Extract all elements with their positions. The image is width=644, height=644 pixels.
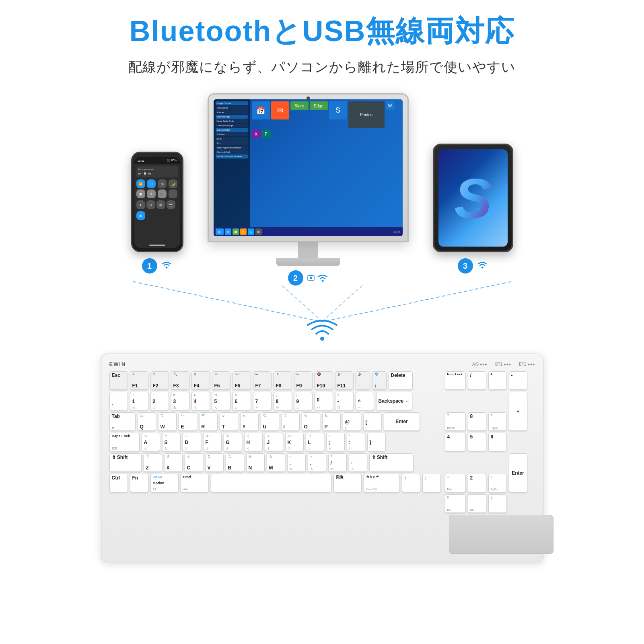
key-esc[interactable]: Esc: [109, 371, 128, 390]
key-d[interactable]: しDし: [183, 433, 201, 451]
key-henkan[interactable]: 変換: [333, 474, 362, 492]
key-y[interactable]: んY: [240, 412, 259, 431]
key-0[interactable]: 0わ: [315, 392, 333, 410]
key-katakana[interactable]: カタカナローマ字: [364, 474, 400, 492]
key-num-1[interactable]: 1End: [445, 474, 466, 492]
key-bracket-l[interactable]: ゜[{: [363, 412, 382, 431]
key-i[interactable]: にI: [281, 412, 300, 431]
key-num-0[interactable]: 0Ins: [445, 494, 466, 513]
key-4[interactable]: $4う: [191, 392, 210, 410]
key-8[interactable]: (8ゆ: [274, 392, 292, 410]
key-num-enter[interactable]: Enter: [509, 453, 527, 492]
key-o[interactable]: らO: [302, 412, 320, 431]
key-f6[interactable]: ☀+F6: [232, 371, 251, 390]
key-delete[interactable]: Delete: [389, 371, 413, 390]
key-6[interactable]: &6お: [232, 392, 251, 410]
key-h[interactable]: くHく: [244, 433, 263, 451]
key-tilde[interactable]: ~`: [109, 392, 128, 410]
key-enter[interactable]: Enter: [384, 412, 420, 431]
key-num-5[interactable]: 5: [468, 433, 486, 451]
key-9[interactable]: )9よ: [294, 392, 313, 410]
key-numlock[interactable]: Num Lock: [445, 371, 466, 390]
key-tab[interactable]: Tab⇄: [109, 412, 136, 431]
key-x[interactable]: さX: [164, 453, 183, 472]
key-cmd[interactable]: CmdWin: [181, 474, 209, 492]
key-caps-lock[interactable]: Caps Lock 英数: [109, 433, 140, 451]
trackpad[interactable]: [449, 515, 553, 554]
key-num-6[interactable]: 6: [488, 433, 507, 451]
key-num-dot[interactable]: .Del: [468, 494, 486, 513]
space-row: Ctrl Fn Opt OnOptionAlt CmdWin 変換 カタカナロー…: [109, 474, 441, 492]
key-fn-key[interactable]: Fn: [130, 474, 148, 492]
key-1[interactable]: ！1ぬ: [130, 392, 148, 410]
key-v[interactable]: ひV: [205, 453, 224, 472]
key-ctrl[interactable]: Ctrl: [109, 474, 128, 492]
key-3[interactable]: #3あ: [171, 392, 189, 410]
key-w[interactable]: てW: [158, 412, 177, 431]
key-arrow-up-fn[interactable]: 🔊↑: [356, 371, 370, 390]
key-f7[interactable]: ⏮F7: [253, 371, 272, 390]
key-space[interactable]: [211, 474, 331, 492]
key-f8[interactable]: ⏸F8: [274, 371, 292, 390]
key-colon[interactable]: *:け: [347, 433, 365, 451]
key-s[interactable]: とSと: [162, 433, 181, 451]
key-equals[interactable]: =-ほ: [335, 392, 354, 410]
key-2[interactable]: "2ふ: [150, 392, 169, 410]
key-f5[interactable]: ☀-F5: [212, 371, 230, 390]
key-t[interactable]: かT: [220, 412, 238, 431]
key-arrow-up[interactable]: ↑: [402, 474, 420, 492]
key-num-up[interactable]: ↑: [488, 494, 507, 513]
sidebar-item-6: Command Prompt: [216, 123, 248, 128]
key-f3[interactable]: 🔍F3: [171, 371, 189, 390]
key-c[interactable]: そC: [185, 453, 203, 472]
key-f4[interactable]: ⊞F4: [191, 371, 210, 390]
key-num-mul[interactable]: *: [488, 371, 507, 390]
key-k[interactable]: のKの: [285, 433, 304, 451]
key-b[interactable]: こB: [226, 453, 244, 472]
key-slash[interactable]: ?/め: [328, 453, 347, 472]
key-semicolon[interactable]: +;れ: [326, 433, 345, 451]
key-backspace[interactable]: Backspace ←: [376, 392, 412, 410]
key-l[interactable]: りLり: [306, 433, 324, 451]
key-f[interactable]: はFは: [203, 433, 222, 451]
key-bracket-r[interactable]: |]}: [367, 433, 386, 451]
key-z[interactable]: つZ: [144, 453, 162, 472]
key-r[interactable]: すR: [199, 412, 218, 431]
key-num-9[interactable]: 9PgUp: [488, 412, 507, 431]
key-comma[interactable]: <,ね: [287, 453, 306, 472]
key-7[interactable]: '7や: [253, 392, 272, 410]
key-num-7[interactable]: 7Home: [445, 412, 466, 431]
key-q[interactable]: たQ: [138, 412, 156, 431]
key-j[interactable]: まJま: [265, 433, 283, 451]
key-f1[interactable]: ✈F1: [130, 371, 148, 390]
key-num-4[interactable]: 4: [445, 433, 466, 451]
key-num-div[interactable]: /: [468, 371, 486, 390]
key-at[interactable]: ゛@[: [343, 412, 361, 431]
key-num-minus[interactable]: -: [509, 371, 527, 390]
key-arrow-dn[interactable]: ↓: [422, 474, 441, 492]
key-num-3[interactable]: 3PgDn: [488, 474, 507, 492]
key-num-plus[interactable]: +: [509, 392, 527, 431]
key-p[interactable]: せP: [322, 412, 341, 431]
key-5[interactable]: %5え: [212, 392, 230, 410]
key-f9[interactable]: ⏭F9: [294, 371, 313, 390]
key-shift-left[interactable]: ⇧ Shift: [109, 453, 142, 472]
key-f10[interactable]: 🔇F10: [315, 371, 333, 390]
key-period[interactable]: >.る: [308, 453, 326, 472]
key-num-2[interactable]: 2: [468, 474, 486, 492]
key-f2[interactable]: ⊙F2: [150, 371, 169, 390]
key-e[interactable]: いE: [179, 412, 197, 431]
key-num-8[interactable]: 8: [468, 412, 486, 431]
key-n[interactable]: みN: [246, 453, 265, 472]
key-a[interactable]: ちAち: [142, 433, 160, 451]
key-f11[interactable]: 🔉F11: [335, 371, 354, 390]
key-arrow-dn-fn[interactable]: ⏻↓: [372, 371, 387, 390]
main-title: BluetoothとUSB無線両対応: [130, 12, 515, 51]
key-u[interactable]: なU: [261, 412, 279, 431]
key-caret[interactable]: ~^へ: [356, 392, 374, 410]
key-shift-right[interactable]: ⇧ Shift: [369, 453, 414, 472]
key-m[interactable]: もM: [267, 453, 285, 472]
key-g[interactable]: きGき: [224, 433, 242, 451]
key-option[interactable]: Opt OnOptionAlt: [150, 474, 179, 492]
key-dash[interactable]: _-ろ: [349, 453, 367, 472]
